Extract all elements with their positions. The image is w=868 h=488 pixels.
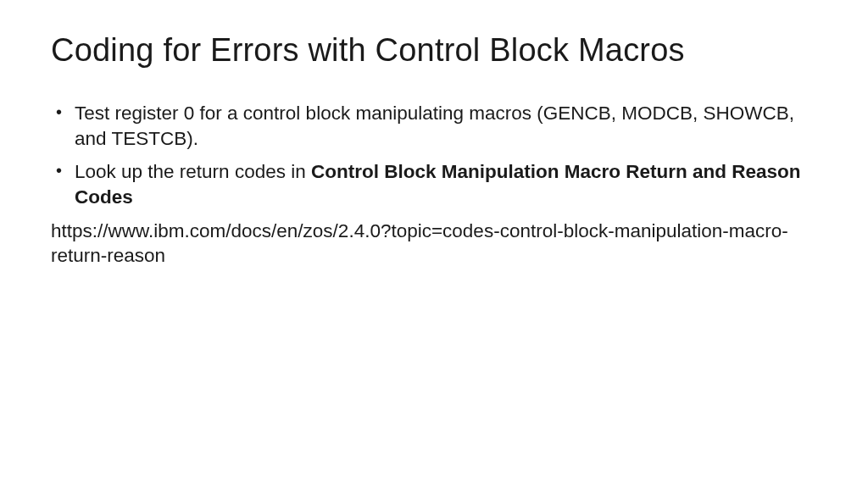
bullet-text: Test register 0 for a control block mani… [75,103,794,149]
bullet-list: Test register 0 for a control block mani… [51,101,817,210]
bullet-text-prefix: Look up the return codes in [75,161,311,182]
list-item: Test register 0 for a control block mani… [51,101,817,151]
reference-url: https://www.ibm.com/docs/en/zos/2.4.0?to… [51,219,817,269]
slide-title: Coding for Errors with Control Block Mac… [51,32,817,69]
slide-body: Test register 0 for a control block mani… [51,101,817,269]
list-item: Look up the return codes in Control Bloc… [51,159,817,209]
